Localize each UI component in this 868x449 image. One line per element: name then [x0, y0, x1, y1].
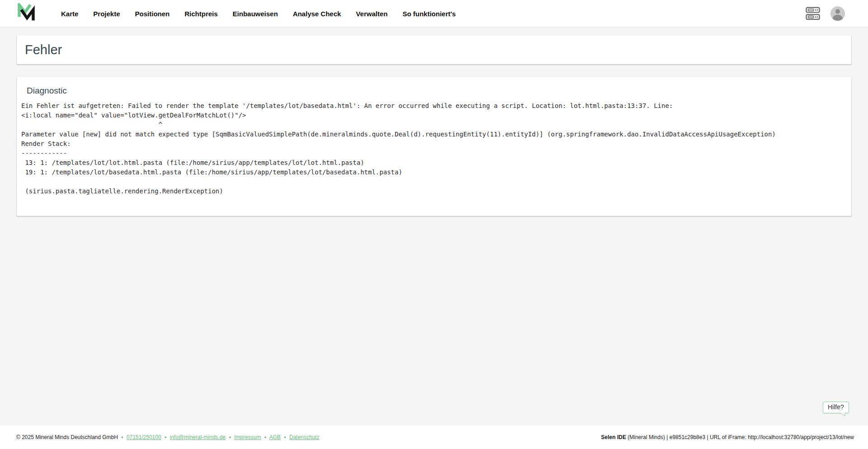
help-bubble-tail-icon [839, 412, 845, 416]
footer-ide-name: Selen IDE [601, 434, 626, 440]
footer-email-link[interactable]: info@mineral-minds.de [170, 434, 226, 440]
help-button[interactable]: Hilfe? [823, 402, 849, 413]
mineral-minds-logo-icon [17, 3, 36, 24]
server-icon[interactable] [806, 7, 820, 20]
footer-separator: • [284, 434, 286, 440]
footer-ide-details: (Mineral Minds) | e9851c29b8e3 | URL of … [626, 434, 854, 440]
footer-separator: • [121, 434, 123, 440]
diagnostic-heading: Diagnostic [27, 86, 842, 96]
diagnostic-card: Diagnostic Ein Fehler ist aufgetreten: F… [17, 77, 851, 216]
footer-separator: • [165, 434, 166, 440]
footer-left: © 2025 Mineral Minds Deutschland GmbH • … [16, 434, 319, 440]
nav-item-verwalten[interactable]: Verwalten [356, 10, 387, 18]
footer-copyright: © 2025 Mineral Minds Deutschland GmbH [16, 434, 118, 440]
nav-item-so-funktionierts[interactable]: So funktioniert's [402, 10, 456, 18]
footer-phone-link[interactable]: 07151/250100 [127, 434, 161, 440]
footer-debug-info: Selen IDE (Mineral Minds) | e9851c29b8e3… [601, 434, 854, 440]
footer-impressum-link[interactable]: Impressum [234, 434, 261, 440]
help-button-label: Hilfe? [828, 403, 844, 411]
footer-agb-link[interactable]: AGB [269, 434, 281, 440]
error-title-card: Fehler [17, 35, 851, 64]
nav-item-richtpreis[interactable]: Richtpreis [184, 10, 217, 18]
footer-separator: • [229, 434, 231, 440]
footer-separator: • [264, 434, 266, 440]
footer-datenschutz-link[interactable]: Datenschutz [289, 434, 320, 440]
nav-item-projekte[interactable]: Projekte [93, 10, 120, 18]
nav-item-einbauweisen[interactable]: Einbauweisen [233, 10, 278, 18]
nav-item-karte[interactable]: Karte [61, 10, 78, 18]
nav-item-positionen[interactable]: Positionen [135, 10, 170, 18]
app-logo[interactable] [17, 3, 36, 24]
diagnostic-stacktrace: Ein Fehler ist aufgetreten: Failed to re… [21, 101, 842, 196]
user-avatar-icon[interactable] [830, 6, 845, 21]
main-nav: Karte Projekte Positionen Richtpreis Ein… [61, 10, 456, 18]
page-title: Fehler [25, 42, 62, 57]
footer: © 2025 Mineral Minds Deutschland GmbH • … [0, 426, 868, 449]
top-navigation-bar: Karte Projekte Positionen Richtpreis Ein… [0, 0, 868, 28]
header-icons [806, 6, 845, 21]
nav-item-analyse-check[interactable]: Analyse Check [293, 10, 341, 18]
main-content: Fehler Diagnostic Ein Fehler ist aufgetr… [0, 28, 868, 426]
